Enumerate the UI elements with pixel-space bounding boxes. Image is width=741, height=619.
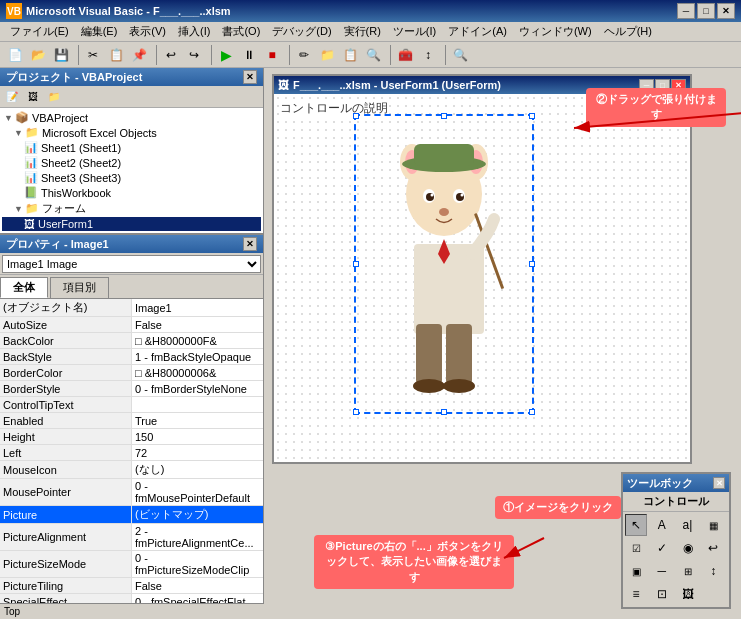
design-mode-button[interactable]: ✏: [293, 44, 315, 66]
project-panel-close[interactable]: ✕: [243, 70, 257, 84]
prop-value[interactable]: 150: [132, 429, 264, 445]
toolbox-frame[interactable]: ▣: [625, 560, 647, 582]
table-row: PictureAlignment2 - fmPictureAlignmentCe…: [0, 524, 263, 551]
left-panel: プロジェクト - VBAProject ✕ 📝 🖼 📁 ▼ 📦VBAProjec…: [0, 68, 264, 619]
table-row: (オブジェクト名)Image1: [0, 299, 263, 317]
menu-run[interactable]: 実行(R): [338, 23, 387, 40]
prop-value[interactable]: 0 - fmMousePointerDefault: [132, 479, 264, 506]
save-button[interactable]: 💾: [50, 44, 72, 66]
form-content[interactable]: コントロールの説明: [274, 94, 690, 462]
prop-value[interactable]: □ &H80000006&: [132, 365, 264, 381]
toolbox-togglebutton[interactable]: ↩: [702, 537, 724, 559]
menu-insert[interactable]: 挿入(I): [172, 23, 216, 40]
annotation-picture-button: ③Pictureの右の「...」ボタンをクリックして、表示したい画像を選びます: [314, 535, 514, 589]
prop-name: MousePointer: [0, 479, 132, 506]
table-row: ControlTipText: [0, 397, 263, 413]
toolbox-optionbutton[interactable]: ◉: [677, 537, 699, 559]
prop-value[interactable]: Image1: [132, 299, 264, 317]
form-title: F___.___..xlsm - UserForm1 (UserForm): [293, 79, 501, 91]
undo-button[interactable]: ↩: [160, 44, 182, 66]
toolbox-listbox[interactable]: ☑: [625, 537, 647, 559]
menu-bar: ファイル(E) 編集(E) 表示(V) 挿入(I) 書式(O) デバッグ(D) …: [0, 22, 741, 42]
toolbox-button[interactable]: 🧰: [394, 44, 416, 66]
toolbox-spinbutton[interactable]: ⊡: [651, 583, 673, 605]
prop-value[interactable]: 0 - fmPictureSizeModeClip: [132, 551, 264, 578]
toolbox-extra[interactable]: [702, 583, 724, 605]
tree-userform1[interactable]: 🖼 UserForm1: [2, 217, 261, 231]
toolbox-image[interactable]: 🖼: [677, 583, 699, 605]
tab-all[interactable]: 全体: [0, 277, 48, 298]
stop-button[interactable]: ■: [261, 44, 283, 66]
tree-excel-objects[interactable]: ▼ 📁 Microsoft Excel Objects: [2, 125, 261, 140]
prop-value[interactable]: 1 - fmBackStyleOpaque: [132, 349, 264, 365]
table-row: BorderColor□ &H80000006&: [0, 365, 263, 381]
project-panel-header: プロジェクト - VBAProject ✕: [0, 68, 263, 86]
properties-button[interactable]: 📋: [339, 44, 361, 66]
toolbox-checkbox[interactable]: ✓: [651, 537, 673, 559]
tree-thisworkbook[interactable]: 📗 ThisWorkbook: [2, 185, 261, 200]
tree-sheet3[interactable]: 📊 Sheet3 (Sheet3): [2, 170, 261, 185]
pause-button[interactable]: ⏸: [238, 44, 260, 66]
close-button[interactable]: ✕: [717, 3, 735, 19]
menu-addins[interactable]: アドイン(A): [442, 23, 513, 40]
prop-value[interactable]: □ &H8000000F&: [132, 333, 264, 349]
maximize-button[interactable]: □: [697, 3, 715, 19]
object-selector[interactable]: Image1 Image: [0, 253, 263, 275]
prop-value[interactable]: (ビットマップ): [132, 506, 264, 524]
prop-value[interactable]: 72: [132, 445, 264, 461]
prop-value[interactable]: False: [132, 578, 264, 594]
prop-name: BorderStyle: [0, 381, 132, 397]
app-title: Microsoft Visual Basic - F___.___..xlsm: [26, 5, 231, 17]
toolbox-combobox[interactable]: ▦: [702, 514, 724, 536]
menu-edit[interactable]: 編集(E): [75, 23, 124, 40]
character-image[interactable]: [354, 114, 534, 414]
run-button[interactable]: ▶: [215, 44, 237, 66]
menu-help[interactable]: ヘルプ(H): [598, 23, 658, 40]
tree-sheet1[interactable]: 📊 Sheet1 (Sheet1): [2, 140, 261, 155]
menu-window[interactable]: ウィンドウ(W): [513, 23, 598, 40]
minimize-button[interactable]: ─: [677, 3, 695, 19]
new-button[interactable]: 📄: [4, 44, 26, 66]
view-code-button[interactable]: 📝: [2, 88, 22, 106]
properties-tabs: 全体 項目別: [0, 275, 263, 299]
menu-file[interactable]: ファイル(E): [4, 23, 75, 40]
prop-value[interactable]: False: [132, 317, 264, 333]
toolbox-commandbutton[interactable]: ─: [651, 560, 673, 582]
paste-button[interactable]: 📌: [128, 44, 150, 66]
prop-value[interactable]: 0 - fmBorderStyleNone: [132, 381, 264, 397]
tab-categorized[interactable]: 項目別: [50, 277, 109, 298]
tree-forms[interactable]: ▼ 📁 フォーム: [2, 200, 261, 217]
properties-panel-close[interactable]: ✕: [243, 237, 257, 251]
prop-value[interactable]: [132, 397, 264, 413]
prop-value[interactable]: (なし): [132, 461, 264, 479]
menu-debug[interactable]: デバッグ(D): [266, 23, 337, 40]
prop-name: BackColor: [0, 333, 132, 349]
menu-tools[interactable]: ツール(I): [387, 23, 442, 40]
menu-format[interactable]: 書式(O): [216, 23, 266, 40]
annotation-drag: ②ドラッグで張り付けます: [586, 88, 726, 127]
toolbox-label[interactable]: A: [651, 514, 673, 536]
object-browser-button[interactable]: 🔍: [362, 44, 384, 66]
open-button[interactable]: 📂: [27, 44, 49, 66]
prop-name: Height: [0, 429, 132, 445]
toolbox-close[interactable]: ✕: [713, 477, 725, 489]
cut-button[interactable]: ✂: [82, 44, 104, 66]
toolbox-pointer[interactable]: ↖: [625, 514, 647, 536]
menu-view[interactable]: 表示(V): [123, 23, 172, 40]
object-dropdown[interactable]: Image1 Image: [2, 255, 261, 273]
toolbox-tabstrip[interactable]: ⊞: [677, 560, 699, 582]
tree-root[interactable]: ▼ 📦VBAProject: [2, 110, 261, 125]
prop-value[interactable]: True: [132, 413, 264, 429]
project-explorer-button[interactable]: 📁: [316, 44, 338, 66]
toolbox-textbox[interactable]: a|: [677, 514, 699, 536]
toggle-folders-button[interactable]: 📁: [44, 88, 64, 106]
copy-button[interactable]: 📋: [105, 44, 127, 66]
prop-value[interactable]: 2 - fmPictureAlignmentCe...: [132, 524, 264, 551]
redo-button[interactable]: ↪: [183, 44, 205, 66]
tab-order-button[interactable]: ↕: [417, 44, 439, 66]
tree-sheet2[interactable]: 📊 Sheet2 (Sheet2): [2, 155, 261, 170]
view-object-button[interactable]: 🖼: [23, 88, 43, 106]
toolbox-scrollbar[interactable]: ≡: [625, 583, 647, 605]
toolbox-multipage[interactable]: ↕: [702, 560, 724, 582]
find-button[interactable]: 🔍: [449, 44, 471, 66]
